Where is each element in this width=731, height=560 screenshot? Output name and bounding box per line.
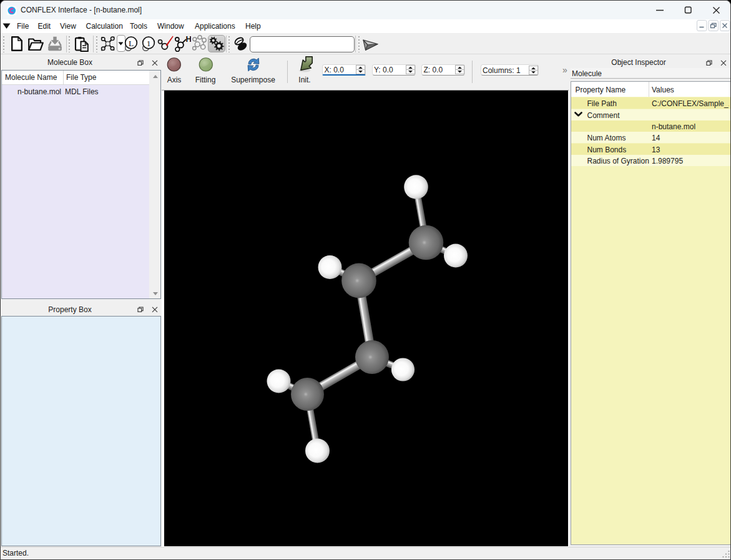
svg-text:1: 1 xyxy=(147,39,151,48)
svg-text:L: L xyxy=(129,39,134,48)
svg-text:H: H xyxy=(186,34,192,44)
